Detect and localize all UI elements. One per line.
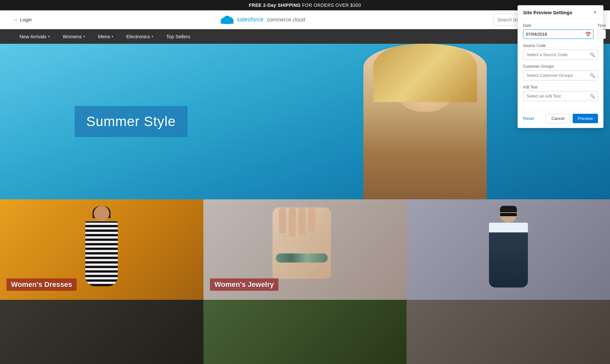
product-card-womens-dresses[interactable]: Women's Dresses bbox=[0, 199, 203, 300]
product-card-womens-jewelry[interactable]: Women's Jewelry bbox=[203, 199, 407, 300]
product-grid: Women's Dresses Women's Jewelr bbox=[0, 199, 610, 300]
nav-item-womens[interactable]: Womens ▾ bbox=[56, 29, 92, 44]
customer-groups-search-icon: 🔍 bbox=[587, 71, 598, 80]
nav-item-electronics[interactable]: Electronics ▾ bbox=[120, 29, 160, 44]
hero-text-box: Summer Style bbox=[75, 106, 188, 137]
hero-model-figure bbox=[363, 44, 487, 199]
product-card-bottom-1[interactable] bbox=[0, 300, 203, 364]
panel-footer: Reset Cancel Preview bbox=[518, 110, 603, 128]
nav-item-top-sellers[interactable]: Top Sellers bbox=[160, 29, 197, 44]
card-content-mens bbox=[407, 199, 610, 300]
man-figure bbox=[484, 206, 533, 293]
panel-body: Date 📅 Time Source Code 🔍 Customer Group… bbox=[518, 19, 603, 110]
dress-figure bbox=[79, 206, 124, 293]
nav-item-mens[interactable]: Mens ▾ bbox=[92, 29, 120, 44]
figure-head bbox=[94, 206, 109, 221]
bracelet bbox=[276, 253, 328, 263]
customer-groups-select[interactable]: 🔍 bbox=[523, 70, 598, 80]
man-hair bbox=[500, 206, 517, 212]
nav-arrow-womens: ▾ bbox=[83, 35, 85, 38]
date-time-group: Date 📅 Time bbox=[523, 23, 598, 39]
ab-test-select[interactable]: 🔍 bbox=[523, 91, 598, 101]
panel-close-button[interactable]: × bbox=[592, 9, 598, 15]
cancel-button[interactable]: Cancel bbox=[546, 114, 570, 123]
date-label: Date bbox=[523, 23, 593, 28]
nav-item-new-arrivals[interactable]: New Arrivals ▾ bbox=[13, 29, 56, 44]
source-code-input[interactable] bbox=[523, 50, 587, 59]
banner-rest: FOR ORDERS OVER $300 bbox=[301, 3, 361, 8]
customer-groups-label: Customer Groups bbox=[523, 64, 598, 69]
customer-groups-input[interactable] bbox=[523, 71, 587, 80]
ab-test-group: A/B Test 🔍 bbox=[523, 85, 598, 101]
svg-rect-4 bbox=[221, 20, 233, 24]
hero-hair bbox=[373, 44, 477, 102]
nav-arrow-electronics: ▾ bbox=[152, 35, 153, 38]
hand-figure bbox=[273, 207, 337, 292]
product-grid-row2 bbox=[0, 300, 610, 364]
card-label-womens-jewelry: Women's Jewelry bbox=[210, 278, 278, 291]
login-icon: → bbox=[13, 17, 18, 22]
ab-test-search-icon: 🔍 bbox=[587, 92, 598, 100]
date-field-group: Date 📅 bbox=[523, 23, 593, 39]
nav-arrow-mens: ▾ bbox=[112, 35, 113, 38]
reset-button[interactable]: Reset bbox=[523, 116, 534, 121]
panel-header: Site Preview Settings × bbox=[518, 6, 603, 19]
time-label: Time bbox=[597, 23, 606, 28]
card-bg-bottom3 bbox=[407, 300, 610, 364]
customer-groups-group: Customer Groups 🔍 bbox=[523, 64, 598, 80]
card-bg-bottom1 bbox=[0, 300, 203, 364]
login-label: Login bbox=[20, 17, 32, 22]
source-code-select[interactable]: 🔍 bbox=[523, 50, 598, 60]
ab-test-label: A/B Test bbox=[523, 85, 598, 89]
date-input[interactable] bbox=[523, 30, 583, 39]
preview-button[interactable]: Preview bbox=[573, 114, 598, 123]
panel-title: Site Preview Settings bbox=[523, 10, 572, 15]
salesforce-logo-icon bbox=[220, 15, 234, 25]
date-input-wrapper: 📅 bbox=[523, 29, 593, 39]
product-card-mens-clothing[interactable] bbox=[407, 199, 610, 300]
product-card-bottom-2[interactable] bbox=[203, 300, 407, 364]
nav-arrow-new-arrivals: ▾ bbox=[48, 35, 50, 38]
time-input[interactable] bbox=[597, 29, 606, 39]
source-code-group: Source Code 🔍 bbox=[523, 43, 598, 60]
calendar-icon-button[interactable]: 📅 bbox=[583, 30, 593, 39]
fingers bbox=[279, 207, 315, 237]
site-preview-panel: Site Preview Settings × Date 📅 Time Sour… bbox=[518, 5, 604, 128]
source-code-label: Source Code bbox=[523, 43, 598, 48]
login-button[interactable]: → Login bbox=[13, 17, 32, 22]
banner-bold: FREE 2-Day SHIPPING bbox=[249, 3, 301, 8]
product-card-bottom-3[interactable] bbox=[407, 300, 610, 364]
hand-shape bbox=[273, 207, 331, 279]
logo-text: salesforce commerce cloud bbox=[237, 16, 305, 23]
card-label-womens-dresses: Women's Dresses bbox=[6, 278, 77, 291]
ab-test-input[interactable] bbox=[523, 91, 587, 101]
time-field-group: Time bbox=[597, 23, 606, 39]
sunglasses bbox=[500, 213, 517, 216]
figure-body bbox=[85, 221, 118, 286]
logo: salesforce commerce cloud bbox=[220, 15, 305, 25]
hero-title: Summer Style bbox=[86, 114, 176, 129]
source-code-search-icon: 🔍 bbox=[587, 50, 598, 59]
man-body bbox=[489, 223, 528, 288]
card-bg-bottom2 bbox=[203, 300, 407, 364]
footer-action-buttons: Cancel Preview bbox=[546, 114, 598, 123]
